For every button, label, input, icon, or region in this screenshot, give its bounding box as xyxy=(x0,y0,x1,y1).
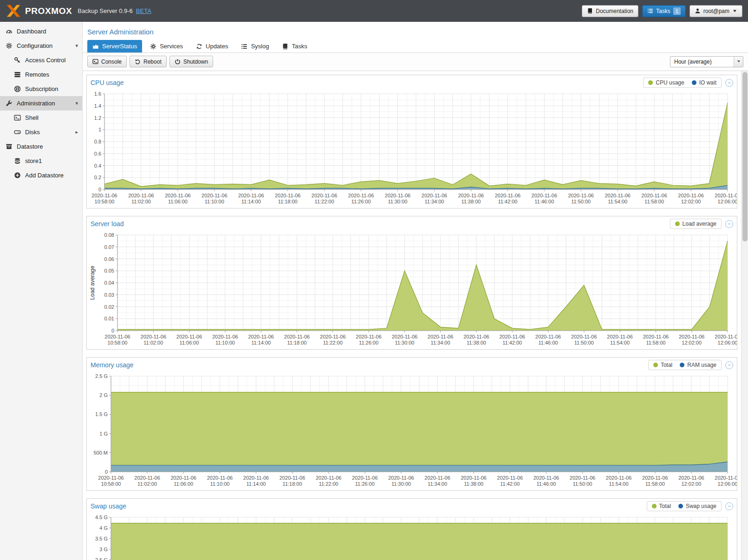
sidebar-item-subscription[interactable]: Subscription xyxy=(0,82,82,96)
timeframe-select[interactable]: Hour (average) xyxy=(670,56,743,67)
documentation-button[interactable]: Documentation xyxy=(582,5,638,17)
book-icon xyxy=(587,8,593,14)
tab-serverstatus[interactable]: ServerStatus xyxy=(87,40,142,52)
tab-tasks[interactable]: Tasks xyxy=(277,40,312,52)
scrollbar-thumb[interactable] xyxy=(742,72,748,241)
svg-text:2020-11-06: 2020-11-06 xyxy=(348,193,374,198)
memory-usage-chart: 0500 M1 G1.5 G2 G2.5 G2020-11-0610:58:00… xyxy=(87,372,737,490)
sidebar-item-dashboard[interactable]: Dashboard xyxy=(0,24,82,39)
svg-text:0.08: 0.08 xyxy=(104,232,114,238)
brand-text: PROXMOX xyxy=(25,6,72,16)
svg-text:3.5 G: 3.5 G xyxy=(95,536,108,541)
svg-text:12:06:00: 12:06:00 xyxy=(718,340,737,345)
charts-container: CPU usageCPU usageIO wait00.20.40.60.811… xyxy=(83,71,741,560)
svg-text:11:34:00: 11:34:00 xyxy=(424,199,444,204)
svg-text:0.8: 0.8 xyxy=(94,139,101,144)
main-content: Server Administration ServerStatusServic… xyxy=(83,22,748,560)
sidebar-item-administration[interactable]: Administration▾ xyxy=(0,96,82,111)
legend-dot xyxy=(648,80,653,85)
memory-usage-panel: Memory usageTotalRAM usage0500 M1 G1.5 G… xyxy=(86,357,737,491)
combo-trigger[interactable] xyxy=(734,57,743,67)
legend-item: CPU usage xyxy=(648,79,684,86)
legend-item: Load average xyxy=(675,221,716,227)
svg-text:2020-11-06: 2020-11-06 xyxy=(392,334,417,339)
panel-title: Server load xyxy=(91,220,124,228)
svg-text:1.6: 1.6 xyxy=(94,91,101,97)
svg-text:11:02:00: 11:02:00 xyxy=(143,340,163,345)
svg-text:2020-11-06: 2020-11-06 xyxy=(642,475,668,481)
svg-text:2020-11-06: 2020-11-06 xyxy=(643,334,669,339)
svg-text:11:26:00: 11:26:00 xyxy=(351,199,371,204)
vertical-scrollbar[interactable] xyxy=(741,71,748,560)
list-icon xyxy=(241,43,247,50)
svg-text:4 G: 4 G xyxy=(99,525,108,531)
legend-dot xyxy=(692,80,696,85)
svg-text:2020-11-06: 2020-11-06 xyxy=(352,475,377,481)
sidebar-item-datastore[interactable]: Datastore xyxy=(0,139,82,154)
panel-header: Server loadLoad average xyxy=(87,216,737,231)
sidebar-item-label: Datastore xyxy=(17,143,43,150)
sidebar-item-label: Shell xyxy=(25,114,39,121)
reboot-button[interactable]: Reboot xyxy=(130,56,167,67)
chart-legend: Load average xyxy=(670,219,722,229)
caret-down-icon[interactable]: ▾ xyxy=(75,100,78,106)
svg-text:12:02:00: 12:02:00 xyxy=(682,340,702,345)
caret-down-icon[interactable]: ▾ xyxy=(75,43,78,49)
svg-text:2020-11-06: 2020-11-06 xyxy=(607,334,632,339)
svg-text:11:50:00: 11:50:00 xyxy=(572,481,592,487)
sidebar-item-add-datastore[interactable]: Add Datastore xyxy=(0,168,82,182)
sidebar-item-disks[interactable]: Disks▸ xyxy=(0,125,82,139)
sidebar-item-store1[interactable]: store1 xyxy=(0,154,82,168)
legend-item: Swap usage xyxy=(678,503,716,509)
svg-text:2020-11-06: 2020-11-06 xyxy=(207,475,233,481)
svg-text:2020-11-06: 2020-11-06 xyxy=(715,193,737,198)
sidebar-item-remotes[interactable]: Remotes xyxy=(0,67,82,82)
collapse-panel-button[interactable] xyxy=(725,79,733,87)
collapse-panel-button[interactable] xyxy=(725,361,733,369)
svg-text:11:06:00: 11:06:00 xyxy=(168,199,188,204)
svg-text:2020-11-06: 2020-11-06 xyxy=(141,334,166,339)
tab-updates[interactable]: Updates xyxy=(191,40,233,52)
svg-text:0: 0 xyxy=(98,187,101,192)
tasks-label: Tasks xyxy=(656,8,670,14)
sidebar-item-label: Add Datastore xyxy=(25,172,64,179)
task-list-icon xyxy=(647,8,653,14)
svg-text:2020-11-06: 2020-11-06 xyxy=(424,475,450,481)
gears-icon xyxy=(6,42,13,49)
user-label: root@pam xyxy=(703,8,729,14)
beta-link[interactable]: BETA xyxy=(136,7,151,14)
caret-right-icon[interactable]: ▸ xyxy=(75,129,78,135)
svg-text:2020-11-06: 2020-11-06 xyxy=(568,193,593,198)
refresh-icon xyxy=(196,43,202,50)
svg-text:11:38:00: 11:38:00 xyxy=(461,199,481,204)
tasks-button[interactable]: Tasks 1 xyxy=(642,5,686,17)
sidebar-item-configuration[interactable]: Configuration▾ xyxy=(0,39,82,53)
svg-text:2020-11-06: 2020-11-06 xyxy=(422,193,447,198)
tab-syslog[interactable]: Syslog xyxy=(236,40,274,52)
timeframe-value: Hour (average) xyxy=(670,59,734,65)
console-button[interactable]: Console xyxy=(87,56,127,67)
svg-text:2020-11-06: 2020-11-06 xyxy=(499,334,525,339)
svg-text:2020-11-06: 2020-11-06 xyxy=(495,193,520,198)
svg-text:11:26:00: 11:26:00 xyxy=(355,481,375,487)
svg-text:2020-11-06: 2020-11-06 xyxy=(388,475,414,481)
svg-text:12:06:00: 12:06:00 xyxy=(718,481,737,487)
caret-down-icon xyxy=(732,8,737,13)
sidebar-item-label: Dashboard xyxy=(17,28,46,35)
svg-text:2020-11-06: 2020-11-06 xyxy=(606,475,631,481)
tab-services[interactable]: Services xyxy=(145,40,188,52)
power-icon xyxy=(175,59,181,65)
collapse-panel-button[interactable] xyxy=(725,220,733,228)
collapse-panel-button[interactable] xyxy=(725,502,733,510)
sidebar-item-shell[interactable]: Shell xyxy=(0,111,82,125)
svg-text:2.5 G: 2.5 G xyxy=(95,373,108,379)
sidebar-item-access-control[interactable]: Access Control xyxy=(0,53,82,67)
shutdown-button[interactable]: Shutdown xyxy=(169,56,213,67)
user-menu-button[interactable]: root@pam xyxy=(689,5,742,17)
svg-text:0.2: 0.2 xyxy=(94,175,101,180)
server-load-chart: 00.010.020.030.040.050.060.070.082020-11… xyxy=(87,231,737,349)
svg-text:11:46:00: 11:46:00 xyxy=(538,340,558,345)
chart-legend: TotalSwap usage xyxy=(647,501,722,511)
user-icon xyxy=(695,8,701,14)
svg-text:2.5 G: 2.5 G xyxy=(95,557,108,560)
